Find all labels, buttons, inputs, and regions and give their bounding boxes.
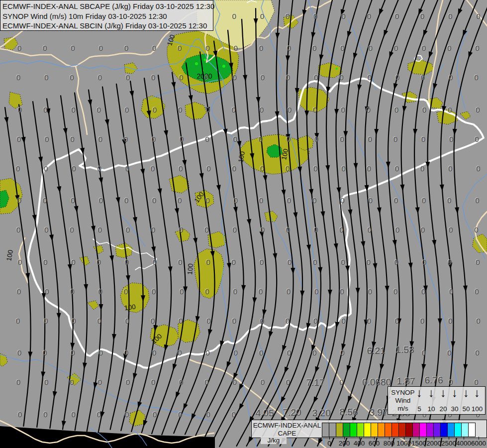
svg-text:0: 0 — [178, 258, 182, 266]
cape-color-cell — [419, 423, 427, 437]
svg-text:0: 0 — [339, 378, 343, 386]
svg-text:0: 0 — [16, 225, 20, 234]
svg-text:6.76: 6.76 — [425, 375, 443, 385]
svg-text:0: 0 — [287, 135, 291, 143]
svg-text:0: 0 — [70, 287, 74, 296]
svg-text:0: 0 — [341, 317, 345, 325]
svg-text:0: 0 — [180, 135, 184, 143]
svg-text:3.20: 3.20 — [312, 408, 331, 418]
svg-text:0: 0 — [97, 410, 100, 419]
cape-color-cell — [391, 423, 399, 437]
svg-text:0: 0 — [151, 225, 155, 234]
svg-text:0: 0 — [313, 317, 317, 325]
svg-text:0: 0 — [97, 106, 100, 114]
svg-text:0: 0 — [206, 317, 210, 325]
svg-text:0: 0 — [44, 73, 48, 82]
svg-text:0: 0 — [448, 258, 452, 266]
svg-text:0: 0 — [232, 225, 236, 234]
svg-text:0: 0 — [421, 73, 425, 82]
svg-text:0: 0 — [151, 378, 155, 386]
svg-text:0: 0 — [286, 317, 290, 325]
svg-text:0: 0 — [232, 73, 236, 82]
cape-color-cell — [440, 423, 448, 437]
title-line-sbcin: ECMWF-INDEX-ANAL SBCIN (J/kg) Friday 03-… — [2, 21, 213, 31]
wind-speed-label: 100 — [471, 405, 484, 413]
svg-text:0: 0 — [43, 348, 47, 357]
svg-text:0: 0 — [17, 287, 21, 296]
svg-text:0: 0 — [395, 164, 399, 173]
cape-legend-unit: J/kg — [261, 437, 287, 444]
svg-text:0: 0 — [178, 410, 182, 419]
svg-text:0: 0 — [422, 44, 426, 52]
svg-text:0: 0 — [475, 196, 479, 205]
svg-text:0: 0 — [476, 258, 480, 266]
svg-text:0: 0 — [43, 196, 47, 205]
svg-text:0: 0 — [71, 348, 75, 357]
svg-text:0: 0 — [71, 258, 75, 266]
svg-text:0: 0 — [179, 73, 183, 82]
svg-text:0: 0 — [124, 196, 128, 205]
svg-text:0: 0 — [179, 378, 183, 386]
svg-text:0: 0 — [286, 12, 290, 20]
wind-arrow-icon: ↓ — [472, 386, 482, 400]
svg-text:0: 0 — [152, 348, 156, 357]
wind-arrow-icon: ↓ — [461, 386, 471, 400]
svg-text:0: 0 — [340, 44, 344, 52]
svg-text:0: 0 — [449, 135, 453, 143]
wind-arrow-icon: ↓ — [414, 386, 424, 400]
svg-text:0: 0 — [314, 73, 318, 82]
svg-text:0: 0 — [233, 44, 237, 52]
wind-legend: SYNOP Wind m/s ↓5↓10↓20↓30↓50↓100 — [388, 386, 486, 415]
cape-color-cell — [398, 423, 406, 437]
svg-text:0: 0 — [395, 73, 399, 82]
svg-text:0: 0 — [314, 287, 318, 296]
svg-text:0: 0 — [97, 164, 101, 173]
svg-text:0: 0 — [71, 44, 75, 52]
svg-text:0: 0 — [43, 258, 47, 266]
svg-text:0: 0 — [124, 287, 128, 296]
svg-text:0: 0 — [18, 410, 22, 419]
svg-text:0: 0 — [394, 196, 398, 205]
svg-text:0: 0 — [475, 287, 479, 296]
svg-text:0: 0 — [232, 378, 236, 386]
svg-text:0: 0 — [260, 164, 264, 173]
svg-text:0: 0 — [367, 164, 371, 173]
svg-text:0: 0 — [448, 12, 452, 20]
svg-text:0: 0 — [205, 44, 209, 52]
svg-text:0: 0 — [313, 164, 317, 173]
svg-text:0: 0 — [394, 258, 398, 266]
svg-text:0: 0 — [205, 348, 209, 357]
svg-text:0: 0 — [125, 258, 129, 266]
svg-text:0: 0 — [97, 73, 101, 82]
svg-text:0: 0 — [395, 225, 399, 234]
cape-color-cell — [336, 423, 343, 437]
svg-text:0: 0 — [124, 348, 128, 357]
svg-text:0: 0 — [206, 164, 210, 173]
svg-text:0: 0 — [124, 44, 128, 52]
svg-text:0: 0 — [260, 12, 264, 20]
svg-text:0: 0 — [98, 44, 102, 52]
svg-text:3.97: 3.97 — [370, 407, 388, 418]
cape-color-cell — [468, 423, 476, 437]
svg-text:0: 0 — [393, 135, 397, 143]
svg-text:0: 0 — [16, 378, 20, 386]
svg-text:0: 0 — [367, 317, 371, 325]
svg-text:0: 0 — [449, 225, 453, 234]
svg-text:0: 0 — [286, 73, 290, 82]
map-canvas: 1002000100100100100100100100 00000000000… — [0, 0, 487, 448]
svg-text:0: 0 — [422, 106, 426, 114]
svg-text:0: 0 — [204, 225, 208, 234]
svg-text:0: 0 — [287, 196, 291, 205]
svg-text:0: 0 — [152, 196, 156, 205]
svg-text:0: 0 — [474, 378, 478, 386]
svg-text:0: 0 — [97, 258, 100, 266]
svg-text:0: 0 — [18, 106, 22, 114]
svg-text:0: 0 — [17, 135, 21, 143]
svg-text:0: 0 — [339, 73, 343, 82]
svg-text:0: 0 — [205, 135, 209, 143]
svg-text:0: 0 — [204, 73, 208, 82]
svg-text:0: 0 — [206, 410, 210, 419]
svg-text:7.20: 7.20 — [283, 407, 301, 418]
svg-text:0: 0 — [126, 378, 130, 386]
wind-arrow-icon: ↓ — [426, 386, 436, 400]
